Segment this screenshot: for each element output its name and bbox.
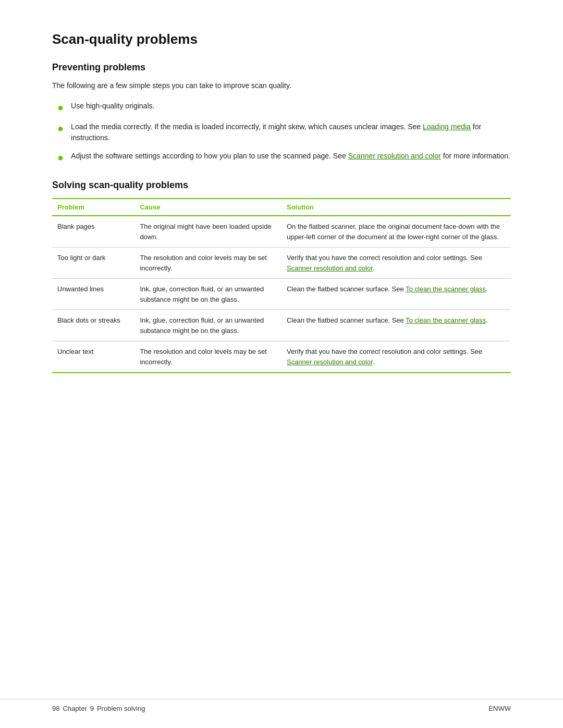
cell-cause-3: Ink, glue, correction fluid, or an unwan… (134, 279, 282, 310)
footer-chapter-title: Problem solving (97, 705, 145, 712)
preventing-bullets: ● Use high-quality originals. ● Load the… (52, 101, 511, 164)
page-footer: 98 Chapter 9 Problem solving ENWW (0, 699, 563, 712)
cell-problem-4: Black dots or streaks (52, 310, 134, 341)
preventing-heading: Preventing problems (52, 62, 511, 73)
table-row: Black dots or streaks Ink, glue, correct… (52, 310, 511, 341)
table-row: Unclear text The resolution and color le… (52, 341, 511, 373)
footer-chapter-number: 9 (90, 705, 94, 712)
cell-cause-5: The resolution and color levels may be s… (134, 341, 282, 373)
footer-left: 98 Chapter 9 Problem solving (52, 705, 145, 712)
solving-heading: Solving scan-quality problems (52, 180, 511, 191)
bullet-text-1: Use high-quality originals. (71, 101, 511, 112)
cell-cause-2: The resolution and color levels may be s… (134, 248, 282, 279)
cell-problem-3: Unwanted lines (52, 279, 134, 310)
col-header-cause: Cause (134, 199, 282, 216)
cell-solution-1: On the flatbed scanner, place the origin… (282, 216, 511, 248)
loading-media-link[interactable]: Loading media (423, 122, 471, 131)
cell-problem-5: Unclear text (52, 341, 134, 373)
bullet-item-1: ● Use high-quality originals. (57, 101, 511, 114)
problem-table: Problem Cause Solution Blank pages The o… (52, 198, 511, 373)
cell-problem-1: Blank pages (52, 216, 134, 248)
cell-solution-3: Clean the flatbed scanner surface. See T… (282, 279, 511, 310)
footer-page-number: 98 (52, 705, 59, 712)
bullet-item-3: ● Adjust the software settings according… (57, 151, 511, 164)
bullet-text-3: Adjust the software settings according t… (71, 151, 511, 162)
scanner-resolution-link-3[interactable]: Scanner resolution and color (287, 358, 373, 366)
table-row: Too light or dark The resolution and col… (52, 248, 511, 279)
footer-chapter-label: Chapter (63, 705, 87, 712)
bullet-dot-1: ● (57, 101, 64, 114)
bullet-dot-3: ● (57, 151, 64, 164)
bullet-text-2: Load the media correctly. If the media i… (71, 121, 511, 143)
col-header-solution: Solution (282, 199, 511, 216)
page-content: Scan-quality problems Preventing problem… (0, 0, 563, 415)
table-header-row: Problem Cause Solution (52, 199, 511, 216)
table-row: Unwanted lines Ink, glue, correction flu… (52, 279, 511, 310)
cell-problem-2: Too light or dark (52, 248, 134, 279)
col-header-problem: Problem (52, 199, 134, 216)
scanner-resolution-link-2[interactable]: Scanner resolution and color (287, 264, 373, 272)
scanner-resolution-link-1[interactable]: Scanner resolution and color (348, 152, 441, 160)
page-title: Scan-quality problems (52, 31, 511, 47)
cell-cause-1: The original might have been loaded upsi… (134, 216, 282, 248)
clean-scanner-link-1[interactable]: To clean the scanner glass (406, 285, 486, 293)
bullet-dot-2: ● (57, 121, 64, 135)
table-row: Blank pages The original might have been… (52, 216, 511, 248)
cell-solution-2: Verify that you have the correct resolut… (282, 248, 511, 279)
cell-solution-4: Clean the flatbed scanner surface. See T… (282, 310, 511, 341)
clean-scanner-link-2[interactable]: To clean the scanner glass (406, 316, 486, 324)
bullet-item-2: ● Load the media correctly. If the media… (57, 121, 511, 143)
cell-cause-4: Ink, glue, correction fluid, or an unwan… (134, 310, 282, 341)
cell-solution-5: Verify that you have the correct resolut… (282, 341, 511, 373)
preventing-section: Preventing problems The following are a … (52, 62, 511, 164)
footer-region: ENWW (488, 705, 511, 712)
solving-section: Solving scan-quality problems Problem Ca… (52, 180, 511, 373)
intro-paragraph: The following are a few simple steps you… (52, 80, 511, 91)
